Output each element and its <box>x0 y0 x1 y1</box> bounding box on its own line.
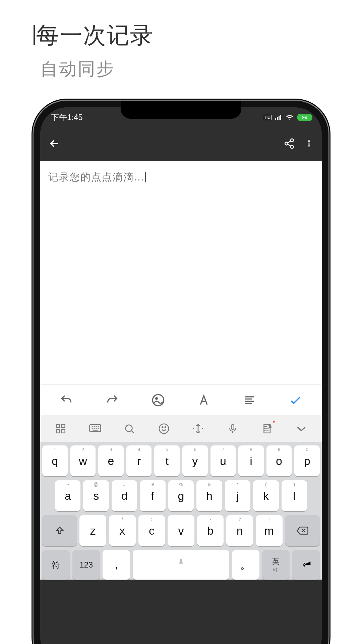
done-button[interactable] <box>287 392 304 409</box>
key-d[interactable]: #d <box>112 480 137 511</box>
svg-rect-8 <box>57 424 60 428</box>
battery-icon: 99 <box>297 114 312 121</box>
edit-toolbar <box>40 384 322 415</box>
key-a[interactable]: ~a <box>55 480 80 511</box>
key-p[interactable]: 0p <box>294 445 320 476</box>
key-c[interactable]: :c <box>138 515 165 546</box>
cursor-move-icon[interactable] <box>191 421 205 436</box>
svg-point-14 <box>159 424 169 433</box>
note-editor[interactable]: 记录您的点点滴滴... <box>40 161 322 384</box>
period-key[interactable]: 。 <box>232 550 259 580</box>
shift-key[interactable] <box>42 515 77 546</box>
hd-icon: HD <box>264 115 272 120</box>
svg-point-13 <box>126 425 132 432</box>
collapse-icon[interactable] <box>294 421 309 436</box>
key-u[interactable]: 7u <box>210 445 236 476</box>
redo-button[interactable] <box>104 392 121 409</box>
symbol-key[interactable]: 符 <box>42 550 70 580</box>
svg-rect-11 <box>62 430 65 433</box>
editor-placeholder: 记录您的点点滴滴... <box>48 170 314 184</box>
emoji-icon[interactable] <box>157 421 171 436</box>
grid-icon[interactable] <box>53 421 68 436</box>
promo-line1: 每一次记录 <box>34 20 154 51</box>
key-q[interactable]: 1q <box>42 445 68 476</box>
align-button[interactable] <box>241 392 258 409</box>
key-y[interactable]: 6y <box>182 445 208 476</box>
image-button[interactable] <box>150 392 167 409</box>
promo-line2: 自动同步 <box>40 57 154 81</box>
key-x[interactable]: /x <box>109 515 136 546</box>
key-h[interactable]: &h <box>196 480 222 511</box>
search-icon[interactable] <box>122 421 137 436</box>
signal-icon <box>275 113 282 122</box>
svg-point-3 <box>308 140 310 142</box>
key-i[interactable]: 8i <box>238 445 264 476</box>
comma-key[interactable]: ， <box>103 550 130 580</box>
mic-icon[interactable] <box>225 421 240 436</box>
text-cursor <box>145 172 146 182</box>
key-l[interactable]: )l <box>282 480 307 511</box>
phone-frame: 下午1:45 HD 99 <box>34 101 328 644</box>
enter-key[interactable] <box>292 550 320 580</box>
key-g[interactable]: %g <box>168 480 194 511</box>
space-key[interactable]: ​ <box>133 550 229 580</box>
svg-point-15 <box>162 427 163 428</box>
key-w[interactable]: 2w <box>70 445 96 476</box>
key-o[interactable]: 9o <box>266 445 292 476</box>
svg-point-2 <box>291 146 294 149</box>
text-format-button[interactable] <box>195 392 212 409</box>
key-v[interactable]: ;v <box>168 515 194 546</box>
status-bar: 下午1:45 HD 99 <box>40 107 322 127</box>
key-s[interactable]: @s <box>83 480 109 511</box>
svg-point-4 <box>308 143 310 145</box>
share-button[interactable] <box>284 138 295 151</box>
backspace-key[interactable] <box>285 515 320 546</box>
svg-point-16 <box>165 427 166 428</box>
svg-point-6 <box>153 394 164 406</box>
notification-dot <box>273 421 275 423</box>
promo-heading: 每一次记录 自动同步 <box>34 20 154 81</box>
svg-rect-17 <box>231 425 234 430</box>
ime-toolbar <box>40 415 322 442</box>
status-time: 下午1:45 <box>51 112 83 123</box>
clipboard-icon[interactable] <box>259 421 274 436</box>
more-button[interactable] <box>304 138 314 151</box>
svg-point-1 <box>285 142 288 145</box>
keyboard-icon[interactable] <box>88 421 103 436</box>
svg-point-5 <box>308 146 310 147</box>
keyboard-row-4: 符 123 ， ​ 。 英 /中 <box>42 550 320 580</box>
key-e[interactable]: 3e <box>98 445 124 476</box>
phone-screen: 下午1:45 HD 99 <box>40 107 322 644</box>
status-indicators: HD 99 <box>264 113 312 122</box>
back-button[interactable] <box>48 138 60 151</box>
key-k[interactable]: (k <box>253 480 279 511</box>
keyboard-row-2: ~a@s#d¥f%g&h*j(k)l <box>42 480 320 511</box>
wifi-icon <box>286 113 294 122</box>
key-n[interactable]: ?n <box>226 515 253 546</box>
svg-rect-9 <box>62 424 65 428</box>
key-m[interactable]: ！m <box>256 515 283 546</box>
language-key[interactable]: 英 /中 <box>262 550 290 580</box>
svg-point-7 <box>156 397 157 399</box>
undo-button[interactable] <box>58 392 75 409</box>
key-f[interactable]: ¥f <box>140 480 165 511</box>
keyboard-row-1: 1q2w3e4r5t6y7u8i9o0p <box>42 445 320 476</box>
key-r[interactable]: 4r <box>126 445 152 476</box>
svg-rect-10 <box>57 430 60 433</box>
key-z[interactable]: 'z <box>79 515 106 546</box>
key-b[interactable]: -b <box>197 515 224 546</box>
app-bar <box>40 127 322 161</box>
svg-point-0 <box>291 139 294 142</box>
keyboard-row-3: 'z/x:c;v-b?n！m <box>42 515 320 546</box>
soft-keyboard: 1q2w3e4r5t6y7u8i9o0p ~a@s#d¥f%g&h*j(k)l … <box>40 442 322 580</box>
number-key[interactable]: 123 <box>72 550 100 580</box>
key-j[interactable]: *j <box>225 480 250 511</box>
key-t[interactable]: 5t <box>154 445 180 476</box>
